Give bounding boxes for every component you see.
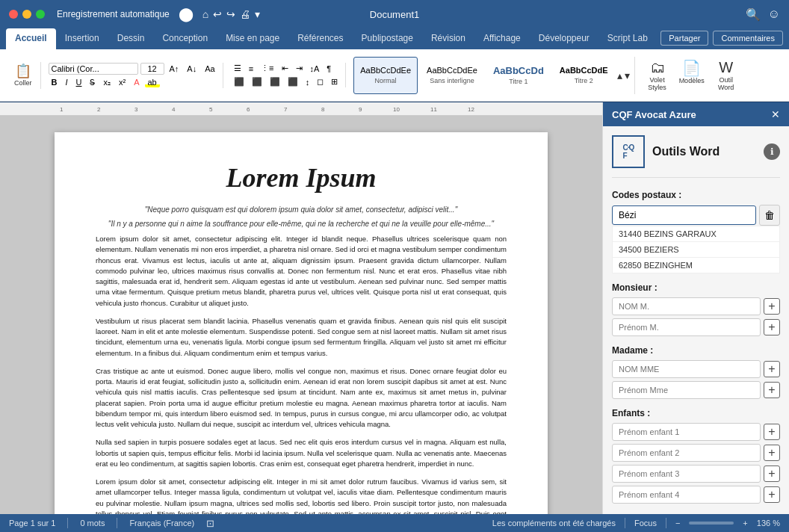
account-icon[interactable]: ☺ [768, 7, 780, 21]
numbered-list-button[interactable]: ≡ [246, 63, 256, 74]
tab-developpeur[interactable]: Développeur [530, 28, 598, 49]
enfant-3-input[interactable] [612, 465, 761, 483]
modeles-icon: 📄 [682, 59, 701, 77]
styles-scroll-down[interactable]: ▾ [625, 69, 630, 81]
tab-insertion[interactable]: Insertion [56, 28, 108, 49]
increase-indent-button[interactable]: ⇥ [293, 63, 306, 74]
info-button[interactable]: ℹ [764, 143, 780, 160]
dropdown-item-1[interactable]: 34500 BEZIERS [612, 242, 780, 258]
highlight-button[interactable]: ab [145, 77, 160, 87]
add-enfant-1-button[interactable]: + [764, 424, 780, 440]
multilevel-list-button[interactable]: ⋮≡ [258, 63, 276, 74]
show-marks-button[interactable]: ¶ [324, 63, 334, 74]
coller-button[interactable]: 📋 Coller [10, 62, 36, 89]
zoom-out-icon[interactable]: − [675, 519, 680, 528]
tab-affichage[interactable]: Affichage [474, 28, 530, 49]
dropdown-item-0[interactable]: 31440 BEZINS GARRAUX [612, 226, 780, 242]
tab-accueil[interactable]: Accueil [6, 28, 56, 49]
align-left-button[interactable]: ⬛ [231, 76, 247, 87]
volet-styles-button[interactable]: 🗂 Volet Styles [643, 56, 672, 94]
styles-scroll-up[interactable]: ▴ [617, 69, 622, 81]
enfant-1-input[interactable] [612, 423, 761, 441]
nom-m-input[interactable] [612, 297, 761, 315]
focus-label[interactable]: Focus [634, 519, 657, 528]
sort-button[interactable]: ↕A [307, 63, 323, 74]
madame-label: Madame : [612, 345, 780, 356]
maximize-button[interactable] [36, 10, 45, 19]
add-prenom-mme-button[interactable]: + [764, 382, 780, 398]
document-page[interactable]: Lorem Ipsum "Neque porro quisquam est qu… [55, 132, 548, 514]
bullets-button[interactable]: ☰ [231, 63, 244, 74]
zoom-in-icon[interactable]: + [743, 519, 747, 528]
traffic-lights [9, 10, 45, 19]
doc-area[interactable]: 1 2 3 4 5 6 7 8 9 10 11 12 Lorem Ipsum "… [0, 102, 602, 514]
ribbon-tabs: Accueil Insertion Dessin Conception Mise… [0, 28, 789, 49]
clear-format-button[interactable]: Aa [202, 64, 217, 74]
panel-close-button[interactable]: ✕ [771, 108, 780, 120]
tab-dessin[interactable]: Dessin [108, 28, 154, 49]
strikethrough-button[interactable]: S̶ [87, 77, 98, 88]
modeles-button[interactable]: 📄 Modèles [675, 56, 709, 94]
font-grow-button[interactable]: A↑ [167, 64, 182, 74]
page-body: Lorem ipsum dolor sit amet, consectetur … [96, 234, 507, 514]
outil-word-button[interactable]: W Outil Word [711, 56, 741, 94]
language-label[interactable]: Français (France) [129, 519, 194, 528]
justify-button[interactable]: ⬛ [285, 76, 301, 87]
tab-publipostage[interactable]: Publipostage [353, 28, 422, 49]
borders-button[interactable]: ⊞ [328, 76, 341, 87]
zoom-slider[interactable] [689, 522, 734, 525]
align-right-button[interactable]: ⬛ [267, 76, 283, 87]
align-center-button[interactable]: ⬛ [249, 76, 265, 87]
font-color-button[interactable]: A [131, 77, 142, 87]
add-enfant-2-button[interactable]: + [764, 445, 780, 461]
comments-button[interactable]: Commentaires [713, 31, 783, 46]
shading-button[interactable]: ◻ [314, 76, 327, 87]
status-right: Les compléments ont été chargés Focus − … [492, 518, 780, 528]
style-normal[interactable]: AaBbCcDdEe Normal [353, 57, 418, 94]
paragraph-2: Vestibulum ut risus placerat sem blandit… [96, 316, 507, 359]
postal-search-button[interactable]: 🗑 [759, 205, 780, 226]
tab-conception[interactable]: Conception [153, 28, 217, 49]
tab-script-lab[interactable]: Script Lab [598, 28, 657, 49]
home-icon[interactable]: ⌂ [202, 8, 208, 20]
minimize-button[interactable] [22, 10, 31, 19]
style-titre1[interactable]: AaBbCcDd Titre 1 [486, 57, 551, 94]
line-spacing-button[interactable]: ↕ [303, 76, 313, 87]
paragraph-3: Cras tristique ac ante ut euismod. Donec… [96, 366, 507, 430]
toggle-switch[interactable]: ⬤ [179, 6, 194, 22]
add-enfant-4-button[interactable]: + [764, 486, 780, 503]
enfant-2-input[interactable] [612, 444, 761, 462]
add-prenom-m-button[interactable]: + [764, 319, 780, 335]
share-button[interactable]: Partager [660, 31, 708, 46]
tab-references[interactable]: Références [288, 28, 352, 49]
add-enfant-3-button[interactable]: + [764, 466, 780, 482]
underline-button[interactable]: U [73, 77, 85, 87]
redo-icon[interactable]: ↪ [226, 8, 235, 20]
prenom-m-input[interactable] [612, 318, 761, 336]
tab-mise-en-page[interactable]: Mise en page [217, 28, 288, 49]
font-shrink-button[interactable]: A↓ [184, 64, 199, 74]
subscript-button[interactable]: x₂ [100, 77, 114, 88]
search-icon[interactable]: 🔍 [746, 7, 761, 22]
dropdown-icon[interactable]: ▾ [255, 8, 260, 20]
style-no-spacing[interactable]: AaBbCcDdEe Sans interligne [420, 57, 484, 94]
add-nom-mme-button[interactable]: + [764, 361, 780, 377]
italic-button[interactable]: I [62, 77, 70, 87]
style-titre2[interactable]: AaBbCcDdE Titre 2 [553, 57, 615, 94]
decrease-indent-button[interactable]: ⇤ [279, 63, 291, 74]
add-nom-m-button[interactable]: + [764, 298, 780, 315]
dropdown-item-2[interactable]: 62850 BEZINGHEM [612, 258, 780, 273]
bold-button[interactable]: B [49, 77, 61, 87]
print-icon[interactable]: 🖨 [240, 8, 250, 20]
tab-revision[interactable]: Révision [422, 28, 474, 49]
postal-code-input[interactable] [612, 205, 756, 225]
prenom-mme-input[interactable] [612, 381, 761, 399]
nom-mme-input[interactable] [612, 360, 761, 378]
undo-icon[interactable]: ↩ [213, 8, 222, 20]
close-button[interactable] [9, 10, 18, 19]
volet-styles-icon: 🗂 [650, 59, 665, 76]
enfant-4-input[interactable] [612, 486, 761, 504]
font-name-input[interactable] [49, 63, 138, 75]
font-size-input[interactable] [140, 63, 164, 75]
superscript-button[interactable]: x² [116, 77, 129, 87]
